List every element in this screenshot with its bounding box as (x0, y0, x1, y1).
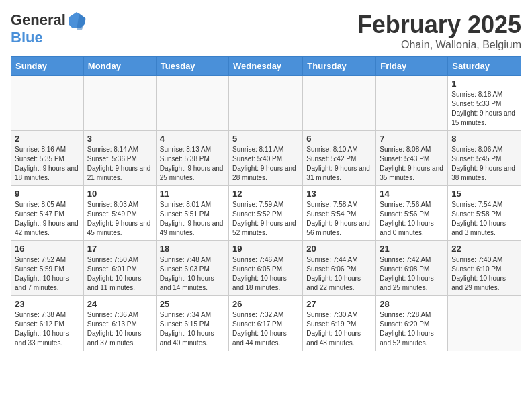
day-number: 11 (160, 189, 225, 199)
empty-cell (229, 76, 303, 131)
day-26: 26 Sunrise: 7:32 AM Sunset: 6:17 PM Dayl… (229, 296, 303, 351)
day-number: 20 (306, 244, 372, 254)
day-number: 24 (87, 299, 152, 309)
day-info: Sunrise: 8:08 AM Sunset: 5:43 PM Dayligh… (380, 145, 444, 183)
day-number: 18 (160, 244, 225, 254)
weekday-header-row: Sunday Monday Tuesday Wednesday Thursday… (11, 57, 521, 76)
day-number: 3 (87, 134, 152, 144)
day-number: 4 (160, 134, 225, 144)
day-info: Sunrise: 7:36 AM Sunset: 6:13 PM Dayligh… (87, 310, 152, 348)
day-info: Sunrise: 7:38 AM Sunset: 6:12 PM Dayligh… (15, 310, 80, 348)
day-info: Sunrise: 7:54 AM Sunset: 5:58 PM Dayligh… (451, 200, 517, 238)
day-number: 14 (380, 189, 444, 199)
day-info: Sunrise: 7:56 AM Sunset: 5:56 PM Dayligh… (380, 200, 444, 238)
day-number: 2 (15, 134, 80, 144)
header-saturday: Saturday (448, 57, 521, 76)
day-14: 14 Sunrise: 7:56 AM Sunset: 5:56 PM Dayl… (376, 186, 448, 241)
day-info: Sunrise: 7:44 AM Sunset: 6:06 PM Dayligh… (306, 255, 372, 293)
title-block: February 2025 Ohain, Wallonia, Belgium (357, 11, 521, 51)
day-number: 23 (15, 299, 80, 309)
subtitle: Ohain, Wallonia, Belgium (357, 39, 521, 51)
empty-cell (156, 76, 228, 131)
header-sunday: Sunday (11, 57, 84, 76)
header: General Blue February 2025 Ohain, Wallon… (11, 11, 521, 51)
day-1: 1 Sunrise: 8:18 AM Sunset: 5:33 PM Dayli… (448, 76, 521, 131)
day-info: Sunrise: 8:11 AM Sunset: 5:40 PM Dayligh… (232, 145, 299, 183)
day-info: Sunrise: 7:40 AM Sunset: 6:10 PM Dayligh… (451, 255, 517, 293)
day-info: Sunrise: 7:48 AM Sunset: 6:03 PM Dayligh… (160, 255, 225, 293)
table-row: 9 Sunrise: 8:05 AM Sunset: 5:47 PM Dayli… (11, 186, 521, 241)
day-7: 7 Sunrise: 8:08 AM Sunset: 5:43 PM Dayli… (376, 131, 448, 186)
day-info: Sunrise: 8:13 AM Sunset: 5:38 PM Dayligh… (160, 145, 225, 183)
day-20: 20 Sunrise: 7:44 AM Sunset: 6:06 PM Dayl… (303, 241, 376, 296)
day-2: 2 Sunrise: 8:16 AM Sunset: 5:35 PM Dayli… (11, 131, 84, 186)
empty-cell (83, 76, 156, 131)
day-number: 5 (232, 134, 299, 144)
day-28: 28 Sunrise: 7:28 AM Sunset: 6:20 PM Dayl… (376, 296, 448, 351)
day-13: 13 Sunrise: 7:58 AM Sunset: 5:54 PM Dayl… (303, 186, 376, 241)
logo: General Blue (11, 11, 86, 46)
header-monday: Monday (83, 57, 156, 76)
day-9: 9 Sunrise: 8:05 AM Sunset: 5:47 PM Dayli… (11, 186, 84, 241)
day-27: 27 Sunrise: 7:30 AM Sunset: 6:19 PM Dayl… (303, 296, 376, 351)
day-info: Sunrise: 7:46 AM Sunset: 6:05 PM Dayligh… (232, 255, 299, 293)
day-number: 15 (451, 189, 517, 199)
table-row: 1 Sunrise: 8:18 AM Sunset: 5:33 PM Dayli… (11, 76, 521, 131)
day-info: Sunrise: 8:18 AM Sunset: 5:33 PM Dayligh… (451, 90, 517, 128)
day-4: 4 Sunrise: 8:13 AM Sunset: 5:38 PM Dayli… (156, 131, 228, 186)
day-10: 10 Sunrise: 8:03 AM Sunset: 5:49 PM Dayl… (83, 186, 156, 241)
day-6: 6 Sunrise: 8:10 AM Sunset: 5:42 PM Dayli… (303, 131, 376, 186)
day-info: Sunrise: 8:16 AM Sunset: 5:35 PM Dayligh… (15, 145, 80, 183)
day-number: 16 (15, 244, 80, 254)
day-number: 17 (87, 244, 152, 254)
day-number: 8 (451, 134, 517, 144)
day-17: 17 Sunrise: 7:50 AM Sunset: 6:01 PM Dayl… (83, 241, 156, 296)
day-number: 21 (380, 244, 444, 254)
day-number: 22 (451, 244, 517, 254)
logo-blue: Blue (11, 29, 43, 46)
day-18: 18 Sunrise: 7:48 AM Sunset: 6:03 PM Dayl… (156, 241, 228, 296)
day-number: 25 (160, 299, 225, 309)
day-19: 19 Sunrise: 7:46 AM Sunset: 6:05 PM Dayl… (229, 241, 303, 296)
day-25: 25 Sunrise: 7:34 AM Sunset: 6:15 PM Dayl… (156, 296, 228, 351)
day-number: 19 (232, 244, 299, 254)
day-number: 10 (87, 189, 152, 199)
header-thursday: Thursday (303, 57, 376, 76)
table-row: 16 Sunrise: 7:52 AM Sunset: 5:59 PM Dayl… (11, 241, 521, 296)
day-24: 24 Sunrise: 7:36 AM Sunset: 6:13 PM Dayl… (83, 296, 156, 351)
day-number: 9 (15, 189, 80, 199)
day-info: Sunrise: 7:58 AM Sunset: 5:54 PM Dayligh… (306, 200, 372, 238)
day-info: Sunrise: 8:01 AM Sunset: 5:51 PM Dayligh… (160, 200, 225, 238)
logo-icon (67, 11, 86, 30)
day-number: 1 (451, 79, 517, 89)
day-info: Sunrise: 7:59 AM Sunset: 5:52 PM Dayligh… (232, 200, 299, 238)
empty-cell (11, 76, 84, 131)
main-title: February 2025 (357, 11, 521, 39)
calendar: Sunday Monday Tuesday Wednesday Thursday… (11, 56, 521, 351)
header-wednesday: Wednesday (229, 57, 303, 76)
empty-cell (376, 76, 448, 131)
day-info: Sunrise: 7:30 AM Sunset: 6:19 PM Dayligh… (306, 310, 372, 348)
day-info: Sunrise: 8:05 AM Sunset: 5:47 PM Dayligh… (15, 200, 80, 238)
day-info: Sunrise: 7:50 AM Sunset: 6:01 PM Dayligh… (87, 255, 152, 293)
header-tuesday: Tuesday (156, 57, 228, 76)
day-number: 6 (306, 134, 372, 144)
day-info: Sunrise: 7:28 AM Sunset: 6:20 PM Dayligh… (380, 310, 444, 348)
day-info: Sunrise: 8:06 AM Sunset: 5:45 PM Dayligh… (451, 145, 517, 183)
day-12: 12 Sunrise: 7:59 AM Sunset: 5:52 PM Dayl… (229, 186, 303, 241)
day-number: 27 (306, 299, 372, 309)
page: General Blue February 2025 Ohain, Wallon… (0, 0, 532, 362)
day-16: 16 Sunrise: 7:52 AM Sunset: 5:59 PM Dayl… (11, 241, 84, 296)
empty-cell (448, 296, 521, 351)
day-info: Sunrise: 7:32 AM Sunset: 6:17 PM Dayligh… (232, 310, 299, 348)
day-22: 22 Sunrise: 7:40 AM Sunset: 6:10 PM Dayl… (448, 241, 521, 296)
table-row: 23 Sunrise: 7:38 AM Sunset: 6:12 PM Dayl… (11, 296, 521, 351)
day-number: 7 (380, 134, 444, 144)
day-number: 28 (380, 299, 444, 309)
day-15: 15 Sunrise: 7:54 AM Sunset: 5:58 PM Dayl… (448, 186, 521, 241)
day-info: Sunrise: 8:03 AM Sunset: 5:49 PM Dayligh… (87, 200, 152, 238)
logo-general: General (11, 12, 66, 28)
header-friday: Friday (376, 57, 448, 76)
day-3: 3 Sunrise: 8:14 AM Sunset: 5:36 PM Dayli… (83, 131, 156, 186)
day-number: 26 (232, 299, 299, 309)
